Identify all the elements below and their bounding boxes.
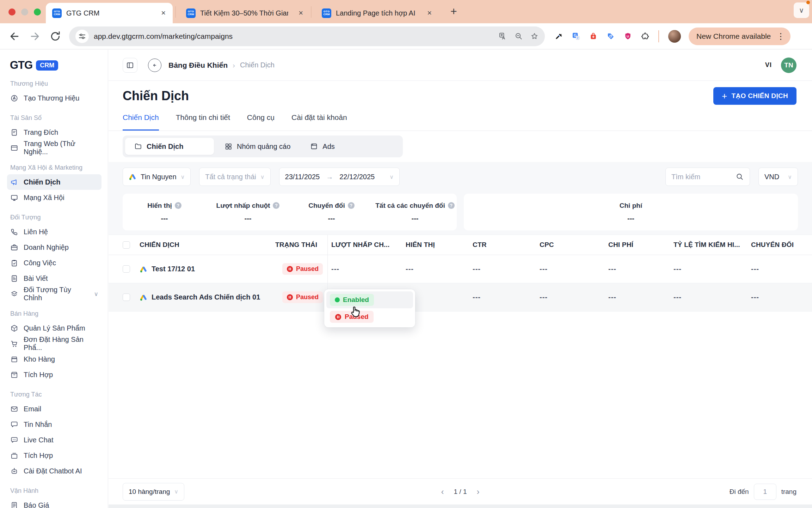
- chrome-menu-icon[interactable]: ⋮: [774, 31, 787, 41]
- subtab-nhom-quang-cao[interactable]: Nhóm quảng cáo: [215, 138, 300, 155]
- select-all-checkbox[interactable]: [123, 241, 130, 249]
- maximize-window-button[interactable]: [34, 8, 41, 16]
- date-to-value[interactable]: 22/12/2025: [339, 173, 375, 181]
- window-controls[interactable]: [8, 8, 41, 16]
- breadcrumb-root[interactable]: Bảng Điều Khiển: [168, 61, 228, 69]
- url-bar[interactable]: app.dev.gtgcrm.com/marketing/campaigns: [69, 26, 545, 46]
- chevron-down-icon[interactable]: ∨: [94, 290, 98, 298]
- sidebar-item-don-dat-hang[interactable]: Đơn Đặt Hàng Sản Phẩ...: [7, 336, 102, 351]
- update-chrome-button[interactable]: New Chrome available ⋮: [689, 28, 791, 45]
- tab-cong-cu[interactable]: Công cụ: [247, 111, 275, 131]
- new-tab-button[interactable]: +: [450, 5, 457, 18]
- status-badge[interactable]: Paused: [282, 263, 323, 275]
- sidebar-item-lien-he[interactable]: Liên Hệ: [7, 224, 102, 240]
- col-ctr[interactable]: CTR: [469, 241, 536, 249]
- sidebar-item-email[interactable]: Email: [7, 401, 102, 417]
- sidebar-item-kho-hang[interactable]: Kho Hàng: [7, 351, 102, 367]
- forward-icon[interactable]: [29, 30, 41, 42]
- reload-icon[interactable]: [49, 30, 61, 42]
- table-row[interactable]: Test 17/12 01 Paused --- --- --- --- ---…: [109, 255, 812, 283]
- help-icon[interactable]: ?: [348, 202, 355, 209]
- campaign-name[interactable]: Leads Search Ads Chiến dịch 01: [152, 293, 260, 301]
- status-option-enabled[interactable]: Enabled: [326, 291, 413, 308]
- sidebar-item-cong-viec[interactable]: Công Việc: [7, 255, 102, 271]
- sidebar-item-chien-dich[interactable]: Chiến Dịch: [7, 174, 102, 190]
- tab-thong-tin-chi-tiet[interactable]: Thông tin chi tiết: [176, 111, 230, 131]
- app-logo[interactable]: GTG CRM: [7, 59, 102, 72]
- close-tab-icon[interactable]: ×: [426, 8, 432, 18]
- tab-search-button[interactable]: ∨: [794, 2, 809, 18]
- browser-tab-3[interactable]: GTG CRM Landing Page tích hợp AI ×: [315, 3, 439, 23]
- zoom-icon[interactable]: [515, 32, 523, 40]
- browser-tab-active[interactable]: GTG CRM GTG CRM ×: [46, 3, 173, 23]
- tab-cai-dat-tai-khoan[interactable]: Cài đặt tài khoản: [291, 111, 347, 131]
- row-checkbox[interactable]: [123, 294, 130, 301]
- status-badge[interactable]: Paused: [282, 291, 323, 303]
- sidebar-item-chatbot-ai[interactable]: Cài Đặt Chatbot AI: [7, 463, 102, 479]
- webstore-bag-extension-icon[interactable]: [589, 32, 597, 40]
- translate-page-icon[interactable]: [499, 32, 507, 40]
- sidebar-item-live-chat[interactable]: Live Chat: [7, 432, 102, 448]
- extensions-puzzle-icon[interactable]: [641, 32, 649, 40]
- col-ty-le-tim-kiem[interactable]: TỶ LỆ TÌM KIẾM HI...: [670, 241, 748, 249]
- sidebar-item-quan-ly-san-pham[interactable]: Quản Lý Sản Phẩm: [7, 320, 102, 336]
- next-page-icon[interactable]: ›: [476, 487, 479, 497]
- sidebar-item-bao-gia[interactable]: Báo Giá: [7, 497, 102, 508]
- currency-dropdown[interactable]: VND ∨: [758, 168, 798, 186]
- sidebar-item-doi-tuong-tuy-chinh[interactable]: Đối Tượng Tùy Chỉnh ∨: [7, 286, 102, 302]
- bookmark-star-icon[interactable]: [530, 32, 539, 40]
- subtab-ads[interactable]: Ads: [301, 138, 344, 155]
- subtab-chien-dich[interactable]: Chiến Dịch: [125, 138, 214, 155]
- tag-extension-icon[interactable]: [607, 32, 615, 40]
- sidebar-item-tin-nhan[interactable]: Tin Nhắn: [7, 417, 102, 432]
- browser-tab-2[interactable]: GTG CRM Tiết Kiệm 30–50% Thời Gian ×: [180, 3, 310, 23]
- shield-extension-icon[interactable]: U: [624, 32, 632, 40]
- row-checkbox[interactable]: [123, 265, 130, 273]
- col-chuyen-doi[interactable]: CHUYỂN ĐỔI: [748, 241, 811, 249]
- date-range-picker[interactable]: 23/11/2025 → 22/12/2025 ∨: [279, 168, 400, 186]
- breadcrumb-back-button[interactable]: [148, 59, 161, 72]
- help-icon[interactable]: ?: [175, 202, 182, 209]
- sidebar-toggle-button[interactable]: [123, 58, 137, 73]
- sidebar-item-trang-web[interactable]: Trang Web (Thử Nghiệ...: [7, 140, 102, 156]
- search-input[interactable]: [671, 173, 728, 181]
- status-filter-dropdown[interactable]: Tất cả trạng thái ∨: [199, 168, 270, 186]
- sidebar-item-tich-hop-ban-hang[interactable]: Tích Hợp: [7, 367, 102, 382]
- help-icon[interactable]: ?: [273, 202, 279, 209]
- help-icon[interactable]: ?: [448, 202, 455, 209]
- table-row[interactable]: Leads Search Ads Chiến dịch 01 Paused ▲ …: [109, 283, 812, 312]
- sidebar-item-tich-hop-tuong-tac[interactable]: Tích Hợp: [7, 448, 102, 463]
- search-box[interactable]: [665, 168, 750, 186]
- eyedropper-extension-icon[interactable]: [555, 32, 563, 40]
- create-campaign-button[interactable]: + TẠO CHIẾN DỊCH: [713, 87, 796, 105]
- tab-chien-dich[interactable]: Chiến Dịch: [123, 111, 159, 131]
- col-hien-thi[interactable]: HIỂN THỊ: [402, 241, 469, 249]
- minimize-window-button[interactable]: [21, 8, 28, 16]
- close-tab-icon[interactable]: ×: [160, 8, 166, 18]
- date-from-value[interactable]: 23/11/2025: [285, 173, 320, 181]
- status-option-paused[interactable]: Paused: [326, 308, 413, 325]
- language-switcher[interactable]: VI: [765, 61, 772, 69]
- google-translate-extension-icon[interactable]: G文: [572, 32, 580, 40]
- col-trang-thai[interactable]: TRẠNG THÁI: [275, 235, 328, 255]
- campaign-name[interactable]: Test 17/12 01: [152, 265, 195, 273]
- sidebar-item-mang-xa-hoi[interactable]: Mạng Xã Hội: [7, 190, 102, 205]
- browser-profile-avatar[interactable]: [668, 30, 681, 43]
- col-chien-dich[interactable]: CHIẾN DỊCH: [140, 241, 275, 249]
- rows-per-page-dropdown[interactable]: 10 hàng/trang ∨: [123, 483, 184, 501]
- back-icon[interactable]: [8, 30, 20, 42]
- sidebar-item-trang-dich[interactable]: Trang Đích: [7, 125, 102, 140]
- goto-page-input[interactable]: [754, 484, 776, 500]
- sidebar-item-tao-thuong-hieu[interactable]: Tạo Thương Hiệu: [7, 90, 102, 106]
- user-avatar[interactable]: TN: [781, 58, 796, 73]
- close-tab-icon[interactable]: ×: [298, 8, 304, 18]
- url-text[interactable]: app.dev.gtgcrm.com/marketing/campaigns: [94, 32, 494, 41]
- prev-page-icon[interactable]: ‹: [441, 487, 444, 497]
- sidebar-item-bai-viet[interactable]: Bài Viết: [7, 271, 102, 286]
- close-window-button[interactable]: [8, 8, 16, 16]
- site-settings-icon[interactable]: [75, 30, 89, 43]
- col-luot-nhap[interactable]: LƯỢT NHẤP CH...: [328, 241, 402, 249]
- col-chi-phi[interactable]: CHI PHÍ: [605, 241, 670, 249]
- sidebar-item-doanh-nghiep[interactable]: Doanh Nghiệp: [7, 240, 102, 255]
- col-cpc[interactable]: CPC: [536, 241, 605, 249]
